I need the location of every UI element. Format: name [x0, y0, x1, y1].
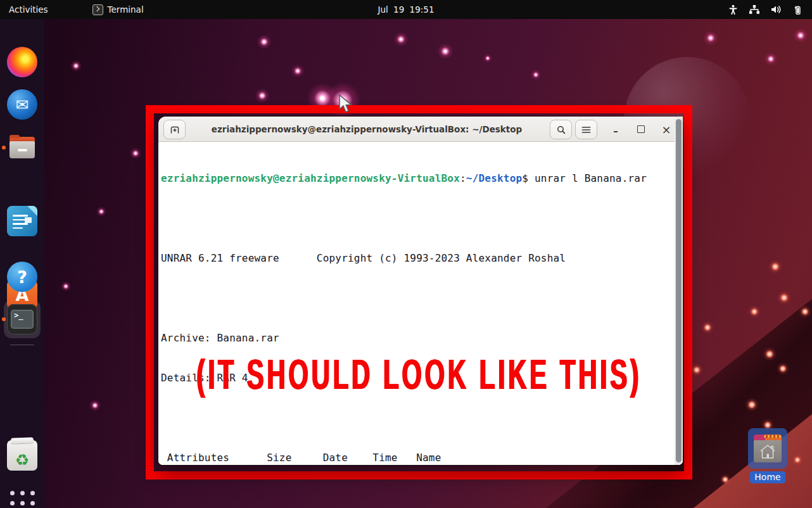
firefox-icon[interactable] [7, 47, 37, 77]
sparkle [767, 258, 783, 275]
sparkle [393, 31, 409, 48]
sparkle [129, 147, 143, 160]
home-desktop-icon[interactable]: Home [747, 428, 789, 486]
window-title: ezriahzippernowsky@ezriahzippernowsky-Vi… [196, 117, 537, 142]
search-button[interactable] [550, 120, 572, 139]
prompt-line-command: ezriahzippernowsky@ezriahzippernowsky-Vi… [161, 172, 682, 185]
output-table-header: Attributes Size Date Time Name [161, 451, 682, 464]
scrollbar-thumb[interactable] [676, 119, 682, 462]
libreoffice-writer-icon[interactable] [7, 206, 37, 236]
scrollbar-track[interactable] [675, 117, 683, 465]
sparkle [776, 289, 792, 306]
maximize-button[interactable] [632, 117, 650, 142]
trash-icon[interactable]: ♻ [7, 440, 37, 471]
desktop: Activities Terminal Jul 19 19:51 ✉ [0, 0, 812, 508]
sparkle [89, 399, 102, 412]
terminal-icon[interactable]: >_ [7, 304, 37, 334]
top-bar: Activities Terminal Jul 19 19:51 [0, 0, 812, 19]
hamburger-menu-button[interactable] [575, 120, 597, 139]
terminal-running-dot [2, 317, 6, 321]
terminal-output[interactable]: ezriahzippernowsky@ezriahzippernowsky-Vi… [158, 142, 683, 465]
terminal-app-icon [92, 4, 103, 15]
title-bar[interactable]: ezriahzippernowsky@ezriahzippernowsky-Vi… [158, 117, 683, 142]
terminal-glyph: >_ [11, 310, 34, 329]
recycle-glyph: ♻ [15, 451, 29, 469]
output-line [161, 411, 682, 424]
files-running-dot [2, 146, 6, 149]
command-text: unrar l Banana.rar [535, 172, 647, 184]
sparkle [70, 60, 83, 73]
network-icon[interactable] [749, 4, 760, 15]
sparkle [256, 34, 272, 50]
sparkle [747, 304, 761, 319]
app-menu-label: Terminal [108, 4, 144, 15]
help-glyph: ? [17, 267, 27, 287]
volume-icon[interactable] [770, 4, 782, 15]
accessibility-icon[interactable] [728, 4, 739, 15]
dock-separator [10, 345, 34, 345]
sparkle [702, 30, 719, 46]
output-line [161, 212, 682, 225]
home-icon-label: Home [750, 471, 785, 483]
sparkle [290, 63, 305, 78]
new-tab-button[interactable] [163, 120, 186, 139]
show-applications-icon[interactable] [7, 488, 37, 508]
envelope-glyph: ✉ [16, 96, 29, 114]
output-line: Details: RAR 4 [161, 371, 682, 384]
sparkle [763, 51, 778, 66]
close-button[interactable]: × [657, 117, 675, 142]
thunderbird-icon[interactable]: ✉ [7, 89, 37, 120]
output-line [161, 291, 682, 305]
home-folder-icon [754, 435, 782, 462]
sparkle [96, 206, 107, 217]
activities-button[interactable]: Activities [0, 0, 57, 19]
sparkle [254, 87, 270, 104]
terminal-window: ezriahzippernowsky@ezriahzippernowsky-Vi… [158, 117, 683, 465]
minimize-button[interactable]: – [607, 117, 625, 142]
sparkle [792, 27, 809, 44]
output-line: UNRAR 6.21 freeware Copyright (c) 1993-2… [161, 251, 682, 265]
app-menu-button[interactable]: Terminal [84, 0, 153, 19]
sparkle [700, 320, 714, 334]
help-icon[interactable]: ? [7, 262, 37, 292]
sparkle [60, 281, 72, 292]
files-icon[interactable] [7, 132, 37, 163]
sparkle [530, 69, 542, 80]
dock: ✉ A ? >_ ♻ [0, 19, 44, 508]
battery-icon[interactable] [792, 4, 802, 15]
sparkle [436, 42, 455, 61]
sparkle [483, 53, 493, 63]
output-line: Archive: Banana.rar [161, 331, 682, 345]
